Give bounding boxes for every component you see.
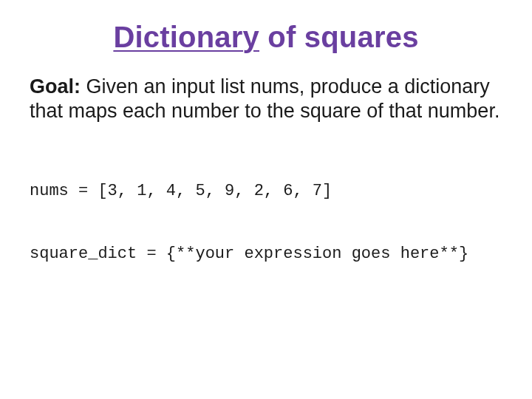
code-block: nums = [3, 1, 4, 5, 9, 2, 6, 7] square_d…: [30, 140, 502, 306]
goal-paragraph: Goal: Given an input list nums, produce …: [30, 75, 502, 123]
goal-text: Given an input list nums, produce a dict…: [30, 75, 499, 122]
code-line-1: nums = [3, 1, 4, 5, 9, 2, 6, 7]: [30, 181, 502, 202]
title-underlined: Dictionary: [113, 21, 259, 53]
slide-container: Dictionary of squares Goal: Given an inp…: [0, 0, 532, 399]
goal-label: Goal:: [30, 75, 81, 98]
title-rest: of squares: [259, 21, 419, 53]
slide-title: Dictionary of squares: [30, 21, 502, 54]
code-line-2: square_dict = {**your expression goes he…: [30, 244, 502, 265]
